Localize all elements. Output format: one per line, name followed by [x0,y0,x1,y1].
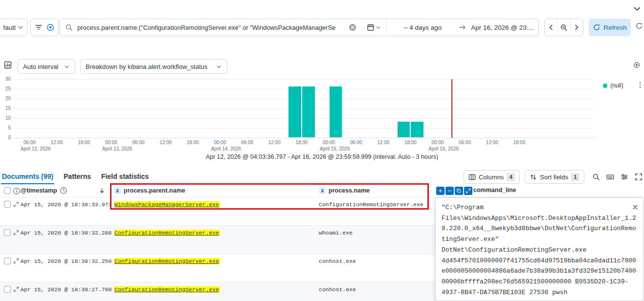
command-line-value[interactable]: "C:\Program Files\WindowsApps\Microsoft.… [442,202,637,298]
histogram-bar[interactable] [289,86,301,137]
filter-out-value-button[interactable] [445,187,454,195]
expand-document-icon[interactable] [13,230,19,236]
histogram-bar[interactable] [330,86,342,137]
refresh-button[interactable]: Refresh [589,19,631,36]
time-range-start[interactable]: ~ 4 days ago [387,24,459,31]
tab-documents[interactable]: Documents (99) [1,169,54,184]
x-tick-label: 06:00 [241,140,253,145]
expand-document-icon[interactable] [13,286,19,292]
timestamp-cell[interactable]: Apr 15, 2026 @ 18:39:32.250 [21,258,111,264]
process-name-cell[interactable]: conhost.exe [319,286,356,293]
x-tick-label: 00:00 [105,140,117,145]
search-in-table-icon[interactable] [592,173,600,181]
command-line-column-header[interactable]: command_line [473,187,516,194]
query-text[interactable]: process.parent.name:("ConfigurationRemot… [77,24,344,31]
interval-label: Auto interval [23,63,58,70]
process-name-cell[interactable]: conhost.exe [319,258,356,264]
expand-cell-button[interactable] [464,187,472,195]
histogram-bar[interactable] [302,86,315,137]
display-options-icon[interactable] [621,173,628,181]
process-parent-name-column-header[interactable]: k process.parent.name [114,187,185,194]
saved-query-filter-icon[interactable] [35,23,43,31]
process-parent-name-cell[interactable]: WindowsPackageManagerServer.exe [114,201,220,208]
row-checkbox[interactable] [4,258,11,264]
sort-fields-button[interactable]: Sort fields 1 [525,170,584,184]
chart-settings-gear-icon[interactable] [633,61,641,69]
timestamp-column-header[interactable]: @timestamp [21,187,67,194]
interval-select[interactable]: Auto interval [18,59,75,74]
timestamp-cell[interactable]: Apr 15, 2026 @ 18:39:32.286 [21,230,111,236]
x-date-label: April 14, 2026 [211,146,241,151]
clear-query-icon[interactable] [349,23,356,31]
time-previous-button[interactable] [545,19,557,36]
process-parent-name-cell[interactable]: ConfigurationRemotingServer.exe [114,258,220,264]
x-date-label: April 15, 2026 [320,146,350,151]
chevron-down-icon [17,24,24,31]
time-next-button[interactable] [570,19,583,36]
header-info-icon[interactable] [13,187,21,195]
process-parent-name-cell[interactable]: ConfigurationRemotingServer.exe [114,230,220,236]
discover-page: fault process.parent.name:("Configuratio… [0,0,644,301]
filter-for-value-button[interactable] [436,187,444,195]
fullscreen-icon[interactable] [635,173,643,181]
columns-icon [468,173,476,181]
histogram-bar[interactable] [398,122,410,137]
chevron-down-icon [376,25,381,30]
process-name-cell[interactable]: whoami.exe [319,230,353,236]
close-popover-icon[interactable] [632,204,639,211]
sort-desc-icon[interactable] [98,187,106,194]
time-zoom-out-button[interactable] [557,19,570,36]
copy-value-button[interactable] [455,187,463,195]
secondary-refresh-icon[interactable] [635,22,643,30]
row-checkbox[interactable] [4,201,11,208]
gridline [14,79,594,80]
breakdown-select[interactable]: Breakdown by kibana.alert.workflow_statu… [80,59,227,74]
timestamp-cell[interactable]: Apr 15, 2026 @ 18:39:33.971 [21,201,111,208]
collapse-chevron-icon[interactable] [633,4,642,13]
grid-toolbar: Columns 4 Sort fields 1 [464,170,643,184]
histogram-bar[interactable] [411,122,423,137]
time-range-end[interactable]: Apr 16, 2026 @ 23:... [466,24,538,31]
gridline [14,138,594,138]
tab-patterns[interactable]: Patterns [63,169,92,184]
chart-options-icon[interactable] [4,61,12,69]
legend-item[interactable]: (null) [603,82,623,89]
cell-value-popover: "C:\Program Files\WindowsApps\Microsoft.… [435,197,644,301]
process-parent-name-cell[interactable]: ConfigurationRemotingServer.exe [114,286,220,293]
timestamp-header-label: @timestamp [21,187,57,194]
row-checkbox[interactable] [4,286,11,293]
tab-field-statistics[interactable]: Field statistics [100,169,150,184]
x-tick-label: 18:00 [404,140,417,145]
keyword-field-badge: k [114,187,121,194]
x-date-label: April 16, 2026 [429,146,459,151]
y-tick-label: 30 [5,76,11,82]
legend-more-icon[interactable] [636,81,644,89]
data-view-picker[interactable]: fault [0,19,27,36]
copy-icon [456,188,462,194]
x-tick-label: 06:00 [23,140,36,145]
columns-button[interactable]: Columns 4 [464,170,520,184]
x-tick-label: 00:00 [323,140,335,145]
y-tick-label: 5 [8,125,11,130]
expand-document-icon[interactable] [13,201,19,207]
y-tick-label: 20 [5,96,11,101]
x-tick-label: 12:00 [268,140,281,145]
timestamp-cell[interactable]: Apr 15, 2026 @ 18:39:27.700 [21,286,111,293]
add-filter-icon[interactable] [46,23,54,31]
current-time-marker [451,79,452,138]
query-input[interactable]: process.parent.name:("ConfigurationRemot… [60,19,362,36]
process-name-column-header[interactable]: k process.name [319,187,370,194]
x-tick-label: 00:00 [432,140,444,145]
sort-icon [530,173,537,181]
highlighted-value: ConfigurationRemotingServer.exe [114,258,220,264]
keyboard-shortcuts-icon[interactable] [606,173,614,181]
process-name-cell[interactable]: ConfigurationRemotingServer.exe [319,201,423,208]
x-tick-label: 00:00 [214,140,226,145]
row-checkbox[interactable] [4,229,11,236]
calendar-menu-button[interactable] [361,19,387,36]
histogram-chart: 051015202530 06:0012:0018:0000:0006:0012… [0,79,644,153]
expand-document-icon[interactable] [13,258,19,264]
chart-plot-area[interactable] [14,79,594,138]
grid-icon-buttons [592,173,643,181]
select-all-checkbox[interactable] [4,187,11,194]
